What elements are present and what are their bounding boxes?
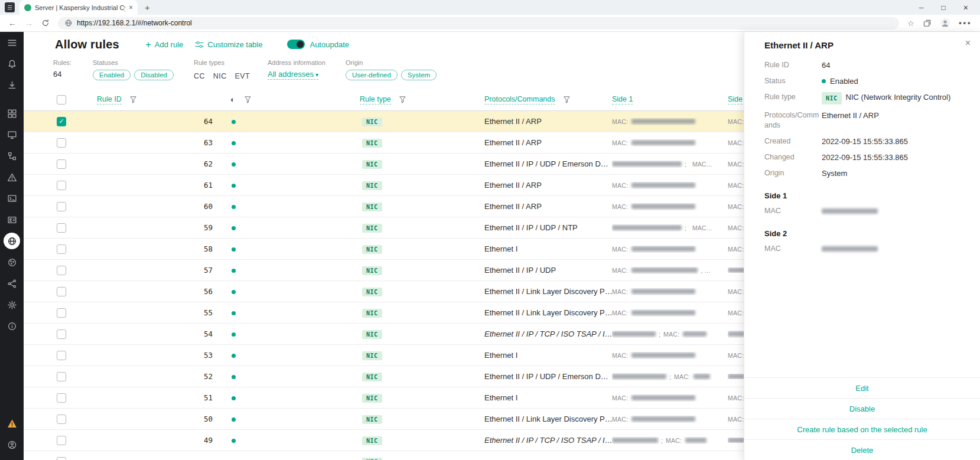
sidebar-item-network-control[interactable] bbox=[0, 230, 24, 252]
add-rule-button[interactable]: + Add rule bbox=[145, 40, 183, 50]
status-dot bbox=[232, 247, 236, 252]
workspaces-icon[interactable] bbox=[5, 2, 15, 12]
sidebar-item-dashboard[interactable] bbox=[0, 103, 24, 124]
mac-label: MAC: bbox=[728, 118, 744, 125]
rule-type-filter-nic[interactable]: NIC bbox=[213, 72, 227, 80]
filter-icon-rule-type[interactable] bbox=[399, 96, 406, 103]
rule-id: 53 bbox=[97, 351, 230, 360]
sort-rule-id[interactable]: Rule ID bbox=[97, 95, 122, 105]
window-maximize-button[interactable]: □ bbox=[942, 4, 946, 12]
sort-rule-type[interactable]: Rule type bbox=[360, 95, 391, 105]
row-checkbox[interactable] bbox=[57, 436, 66, 445]
panel-close-icon[interactable]: × bbox=[965, 38, 971, 48]
side1-mac-row: MAC bbox=[764, 206, 960, 216]
sidebar-item-alerts[interactable] bbox=[0, 167, 24, 188]
sidebar-item-licenses[interactable] bbox=[0, 209, 24, 230]
filter-icon-rule-id[interactable] bbox=[130, 96, 136, 103]
sidebar-item-profile[interactable] bbox=[0, 434, 24, 455]
redacted-value bbox=[694, 374, 710, 379]
row-checkbox[interactable] bbox=[57, 308, 66, 318]
sidebar-item-topology[interactable] bbox=[0, 273, 24, 294]
status-dot bbox=[232, 184, 236, 188]
row-checkbox[interactable] bbox=[57, 415, 66, 424]
mac-label: MAC: bbox=[728, 309, 744, 317]
new-tab-button[interactable]: + bbox=[145, 2, 150, 12]
browser-tab[interactable]: Server | Kaspersky Industrial Cyb… × bbox=[19, 0, 138, 15]
id-card-icon bbox=[7, 215, 17, 225]
sort-side1[interactable]: Side 1 bbox=[612, 95, 633, 105]
protocols-commands: Ethernet II / ARP bbox=[484, 117, 612, 126]
window-close-button[interactable]: × bbox=[963, 3, 968, 12]
filter-icon-protocols[interactable] bbox=[564, 96, 570, 103]
side1-cell: MAC:, … bbox=[612, 267, 728, 274]
row-checkbox[interactable] bbox=[57, 202, 66, 211]
sidebar-item-settings[interactable] bbox=[0, 294, 24, 315]
rule-type-buttons: CCNICEVT bbox=[194, 70, 268, 80]
browser-menu-icon[interactable]: ●●● bbox=[959, 20, 972, 26]
tab-favicon-icon bbox=[24, 4, 31, 11]
autoupdate-toggle[interactable] bbox=[287, 40, 305, 49]
row-checkbox[interactable]: ✓ bbox=[57, 117, 66, 126]
row-checkbox[interactable] bbox=[57, 244, 66, 254]
side-text: MAC… bbox=[692, 224, 712, 231]
filter-icon-status[interactable] bbox=[245, 96, 251, 103]
sidebar-item-warning[interactable] bbox=[0, 413, 24, 434]
tab-close-icon[interactable]: × bbox=[129, 4, 133, 12]
address-bar[interactable]: https://192.168.2.1/#/network-control bbox=[58, 17, 899, 30]
user-icon bbox=[7, 440, 17, 450]
sidebar-item-assets[interactable] bbox=[0, 145, 24, 167]
status-dot bbox=[232, 269, 236, 273]
row-checkbox[interactable] bbox=[57, 393, 66, 403]
rule-type-badge: NIC bbox=[362, 394, 382, 403]
row-checkbox[interactable] bbox=[57, 159, 66, 169]
plus-icon: + bbox=[145, 40, 151, 50]
origin-chips: User-definedSystem bbox=[346, 70, 437, 80]
site-info-icon[interactable] bbox=[65, 19, 72, 27]
side-text: ; bbox=[685, 161, 686, 168]
collections-icon[interactable] bbox=[923, 19, 932, 28]
panel-action-create-rule-based-on-the-selected-rule[interactable]: Create rule based on the selected rule bbox=[744, 419, 980, 439]
sidebar-item-about[interactable] bbox=[0, 315, 24, 337]
status-dot bbox=[232, 205, 236, 209]
address-dropdown[interactable]: All addresses▾ bbox=[268, 70, 318, 80]
row-checkbox[interactable] bbox=[57, 329, 66, 339]
rule-type-filter-evt[interactable]: EVT bbox=[235, 72, 250, 80]
row-checkbox[interactable] bbox=[57, 351, 66, 360]
side-text: , … bbox=[701, 267, 710, 274]
back-button[interactable]: ← bbox=[8, 19, 17, 27]
app-sidebar bbox=[0, 32, 24, 460]
panel-action-delete[interactable]: Delete bbox=[744, 439, 980, 460]
row-checkbox[interactable] bbox=[57, 457, 66, 460]
panel-action-edit[interactable]: Edit bbox=[744, 377, 980, 398]
sort-protocols[interactable]: Protocols/Commands bbox=[484, 95, 555, 105]
favorites-icon[interactable]: ☆ bbox=[907, 19, 914, 27]
row-checkbox[interactable] bbox=[57, 287, 66, 296]
forward-button[interactable]: → bbox=[25, 19, 33, 27]
rule-type-filter-cc[interactable]: CC bbox=[194, 72, 205, 80]
row-checkbox[interactable] bbox=[57, 181, 66, 190]
row-checkbox[interactable] bbox=[57, 372, 66, 381]
origin-chip-system[interactable]: System bbox=[401, 70, 437, 80]
status-chip-disabled[interactable]: Disabled bbox=[134, 70, 174, 80]
refresh-button[interactable] bbox=[41, 19, 50, 27]
redacted-value bbox=[631, 395, 695, 400]
select-all-checkbox[interactable] bbox=[57, 95, 66, 105]
window-minimize-button[interactable]: ─ bbox=[919, 4, 924, 11]
profile-avatar[interactable] bbox=[940, 18, 950, 28]
status-column-icon[interactable]: ◐ bbox=[230, 96, 235, 103]
row-checkbox[interactable] bbox=[57, 223, 66, 233]
sidebar-item-notifications[interactable] bbox=[0, 53, 24, 74]
sidebar-item-console[interactable] bbox=[0, 188, 24, 209]
status-chip-enabled[interactable]: Enabled bbox=[93, 70, 131, 80]
panel-action-disable[interactable]: Disable bbox=[744, 398, 980, 419]
sidebar-item-monitoring[interactable] bbox=[0, 124, 24, 145]
sidebar-item-menu[interactable] bbox=[0, 32, 24, 53]
row-checkbox[interactable] bbox=[57, 266, 66, 275]
side1-mac-value bbox=[822, 208, 878, 214]
customize-table-button[interactable]: Customize table bbox=[195, 40, 262, 49]
side1-mac-label: MAC bbox=[764, 206, 822, 216]
row-checkbox[interactable] bbox=[57, 138, 66, 148]
sidebar-item-web-control[interactable] bbox=[0, 252, 24, 273]
sidebar-item-downloads[interactable] bbox=[0, 74, 24, 96]
origin-chip-user-defined[interactable]: User-defined bbox=[346, 70, 398, 80]
